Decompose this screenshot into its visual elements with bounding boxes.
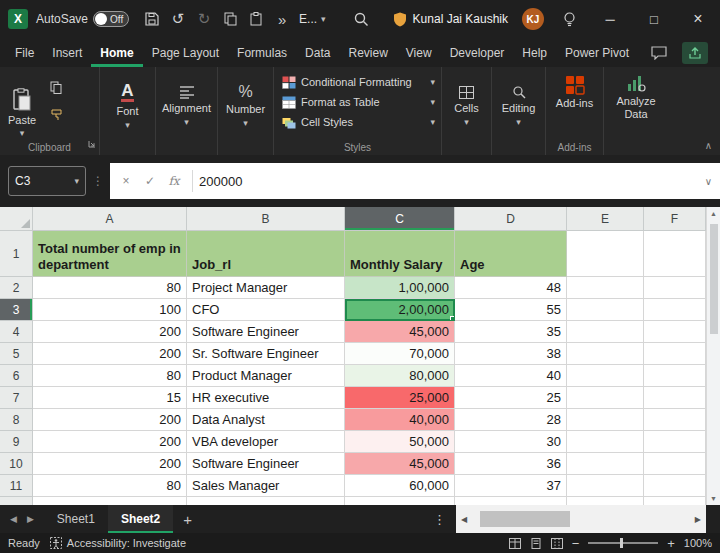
cell-B3[interactable]: CFO	[187, 299, 345, 321]
conditional-formatting-button[interactable]: Conditional Formatting ▾	[282, 72, 435, 92]
column-header-f[interactable]: F	[644, 207, 706, 231]
coach-button[interactable]	[556, 6, 582, 32]
cell-A1[interactable]: Total number of emp in department	[33, 231, 187, 277]
cell-D5[interactable]: 38	[455, 343, 567, 365]
scroll-down-icon[interactable]: ▼	[710, 492, 717, 505]
tab-power-pivot[interactable]: Power Pivot	[556, 38, 638, 67]
collapse-ribbon-button[interactable]: ∧	[705, 140, 712, 151]
comments-button[interactable]	[646, 42, 672, 64]
select-all-corner[interactable]	[0, 207, 33, 231]
cell-F6[interactable]	[644, 365, 706, 387]
cell-D7[interactable]: 25	[455, 387, 567, 409]
cell-C1[interactable]: Monthly Salary	[345, 231, 455, 277]
column-header-e[interactable]: E	[567, 207, 644, 231]
minimize-button[interactable]: ─	[588, 0, 632, 38]
close-button[interactable]: ×	[676, 0, 720, 38]
row-header[interactable]: 9	[0, 431, 33, 453]
cell-D10[interactable]: 36	[455, 453, 567, 475]
cell-A9[interactable]: 200	[33, 431, 187, 453]
formula-input[interactable]: × ✓ fx 200000 ∨	[110, 163, 720, 199]
horizontal-scrollbar[interactable]: ◀ ▶	[456, 505, 706, 533]
tab-home[interactable]: Home	[91, 38, 142, 67]
cell-C8[interactable]: 40,000	[345, 409, 455, 431]
file-name-menu[interactable]: E... ▾	[299, 12, 326, 26]
column-header-c[interactable]: C	[345, 207, 455, 231]
cancel-button[interactable]: ×	[114, 174, 138, 188]
cell-C7[interactable]: 25,000	[345, 387, 455, 409]
normal-view-button[interactable]	[509, 538, 521, 549]
cell-C10[interactable]: 45,000	[345, 453, 455, 475]
row-header[interactable]: 2	[0, 277, 33, 299]
fill-handle[interactable]	[450, 316, 455, 321]
number-group-collapsed[interactable]: % Number ▾	[218, 67, 274, 155]
save-button[interactable]	[139, 6, 165, 32]
row-header[interactable]: 10	[0, 453, 33, 475]
tab-review[interactable]: Review	[339, 38, 396, 67]
tab-data[interactable]: Data	[296, 38, 339, 67]
cell-F7[interactable]	[644, 387, 706, 409]
cell-styles-button[interactable]: Cell Styles ▾	[282, 112, 435, 132]
cell-D1[interactable]: Age	[455, 231, 567, 277]
zoom-level-label[interactable]: 100%	[684, 537, 712, 549]
cell-C4[interactable]: 45,000	[345, 321, 455, 343]
accessibility-checker[interactable]: Accessibility: Investigate	[50, 537, 186, 549]
cell-C2[interactable]: 1,00,000	[345, 277, 455, 299]
cell-B4[interactable]: Software Engineer	[187, 321, 345, 343]
zoom-slider-thumb[interactable]	[620, 538, 623, 548]
cell-F10[interactable]	[644, 453, 706, 475]
cell-A8[interactable]: 200	[33, 409, 187, 431]
clipboard-dialog-launcher[interactable]	[88, 134, 96, 152]
quick-access-clipboard-button[interactable]	[243, 6, 269, 32]
name-box-splitter[interactable]: ⋮	[92, 174, 104, 188]
row-header[interactable]: 4	[0, 321, 33, 343]
cell-A6[interactable]: 80	[33, 365, 187, 387]
editing-group-collapsed[interactable]: Editing ▾	[492, 67, 546, 155]
zoom-out-button[interactable]: −	[572, 536, 580, 551]
cell-A7[interactable]: 15	[33, 387, 187, 409]
cell-E1[interactable]	[567, 231, 644, 277]
cell-E5[interactable]	[567, 343, 644, 365]
scroll-up-icon[interactable]: ▲	[710, 207, 717, 220]
cell-C9[interactable]: 50,000	[345, 431, 455, 453]
cell-F9[interactable]	[644, 431, 706, 453]
cell[interactable]	[567, 497, 644, 505]
zoom-in-button[interactable]: +	[667, 536, 675, 551]
row-header[interactable]: 11	[0, 475, 33, 497]
enter-button[interactable]: ✓	[138, 174, 162, 188]
cell-A10[interactable]: 200	[33, 453, 187, 475]
analyze-data-button[interactable]: Analyze Data	[604, 67, 668, 155]
cell-B10[interactable]: Software Engineer	[187, 453, 345, 475]
more-commands-button[interactable]: »	[269, 6, 295, 32]
cell-D2[interactable]: 48	[455, 277, 567, 299]
tab-help[interactable]: Help	[513, 38, 556, 67]
page-layout-view-button[interactable]	[530, 538, 542, 549]
cell-D9[interactable]: 30	[455, 431, 567, 453]
sheet-tab-sheet2[interactable]: Sheet2	[108, 505, 173, 533]
cell-D8[interactable]: 28	[455, 409, 567, 431]
cell-B1[interactable]: Job_rl	[187, 231, 345, 277]
row-header[interactable]: 5	[0, 343, 33, 365]
cell[interactable]	[33, 497, 187, 505]
excel-app-icon[interactable]: X	[8, 9, 28, 29]
cells-group-collapsed[interactable]: Cells ▾	[442, 67, 492, 155]
column-header-d[interactable]: D	[455, 207, 567, 231]
cell-E6[interactable]	[567, 365, 644, 387]
cell[interactable]	[455, 497, 567, 505]
cell-E2[interactable]	[567, 277, 644, 299]
format-painter-button[interactable]	[44, 105, 68, 125]
cell-E11[interactable]	[567, 475, 644, 497]
cell-A11[interactable]: 80	[33, 475, 187, 497]
row-header[interactable]: 8	[0, 409, 33, 431]
format-as-table-button[interactable]: Format as Table ▾	[282, 92, 435, 112]
tab-file[interactable]: File	[6, 38, 43, 67]
row-header[interactable]: 1	[0, 231, 33, 277]
undo-button[interactable]: ↺	[165, 6, 191, 32]
scroll-left-icon[interactable]: ◀	[456, 515, 472, 524]
new-sheet-button[interactable]: +	[173, 505, 202, 533]
cell-E9[interactable]	[567, 431, 644, 453]
font-group-collapsed[interactable]: A Font ▾	[100, 67, 156, 155]
cell-D6[interactable]: 40	[455, 365, 567, 387]
tab-insert[interactable]: Insert	[43, 38, 91, 67]
cell-B8[interactable]: Data Analyst	[187, 409, 345, 431]
sheet-tab-sheet1[interactable]: Sheet1	[44, 505, 108, 533]
